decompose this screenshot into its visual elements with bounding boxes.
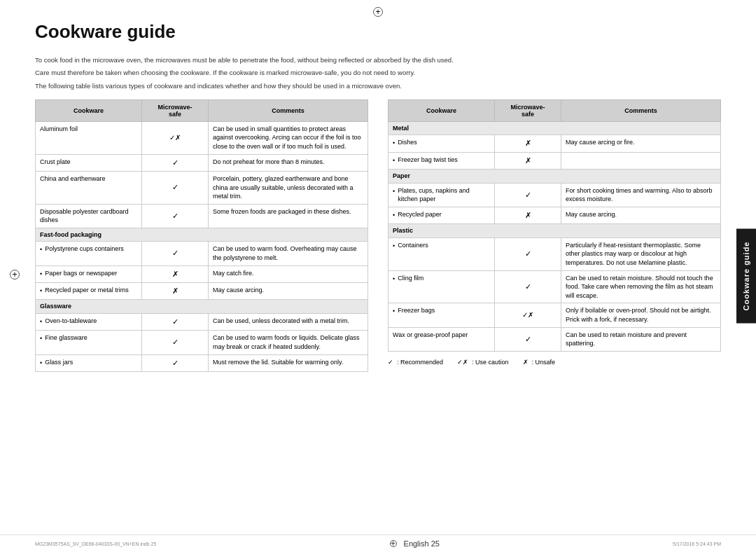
section-header-fast-food: Fast-food packaging	[36, 228, 368, 242]
comments-cell: Must remove the lid. Suitable for warmin…	[209, 354, 368, 371]
intro-para1: To cook food in the microwave oven, the …	[35, 55, 721, 65]
right-column: Cookware Microwave-safe Comments Metal •	[388, 99, 721, 520]
unsafe-label: : Unsafe	[532, 359, 556, 366]
safe-cell: ✓	[142, 331, 209, 354]
safe-cell: ✓	[142, 354, 209, 371]
cookware-cell: •Dishes	[388, 135, 495, 152]
intro-para3: The following table lists various types …	[35, 81, 721, 91]
section-label: Paper	[388, 170, 721, 184]
section-header-metal: Metal	[388, 121, 721, 135]
cookware-cell: China and earthenware	[36, 171, 142, 204]
comments-cell: Can be used to retain moisture. Should n…	[561, 270, 721, 303]
cookware-cell: •Paper bags or newspaper	[36, 265, 142, 282]
table-row: •Oven-to-tableware ✓ Can be used, unless…	[36, 314, 368, 331]
left-header-safe: Microwave-safe	[142, 99, 209, 121]
table-row: •Recycled paper or metal trims ✗ May cau…	[36, 283, 368, 300]
cookware-cell: •Glass jars	[36, 354, 142, 371]
safe-cell: ✓	[495, 270, 561, 303]
side-tab: Cookware guide	[736, 229, 756, 324]
footer-right-text: 5/17/2016 5:24:43 PM	[673, 541, 721, 546]
caution-label: : Use caution	[472, 359, 509, 366]
safe-cell: ✓	[495, 183, 561, 207]
table-row: •Fine glassware ✓ Can be used to warm fo…	[36, 331, 368, 354]
cookware-cell: Wax or grease-proof paper	[388, 327, 495, 351]
cookware-cell: •Containers	[388, 237, 495, 270]
right-header-safe: Microwave-safe	[495, 99, 561, 121]
table-row: •Plates, cups, napkins and kitchen paper…	[388, 183, 721, 207]
comments-cell: Can be used to warm foods or liquids. De…	[209, 331, 368, 354]
comments-cell: For short cooking times and warming. Als…	[561, 183, 721, 207]
left-table: Cookware Microwave-safe Comments Aluminu…	[35, 99, 368, 372]
table-row: •Polystyrene cups containers ✓ Can be us…	[36, 242, 368, 265]
table-row: •Cling film ✓ Can be used to retain mois…	[388, 270, 721, 303]
page: Cookware guide Cookware guide To cook fo…	[0, 0, 756, 552]
comments-cell: Some frozen foods are packaged in these …	[209, 204, 368, 228]
safe-cell: ✓	[495, 327, 561, 351]
recommended-label: : Recommended	[397, 359, 443, 366]
safe-cell: ✗	[495, 135, 561, 152]
cookware-cell: Crust plate	[36, 154, 142, 171]
cookware-cell: •Freezer bag twist ties	[388, 152, 495, 169]
right-table: Cookware Microwave-safe Comments Metal •	[388, 99, 721, 352]
footer-center: English 25	[390, 539, 440, 548]
caution-symbol: ✓✗	[457, 359, 468, 366]
right-header-comments: Comments	[561, 99, 721, 121]
table-row: •Freezer bags ✓✗ Only if boilable or ove…	[388, 303, 721, 327]
safe-cell: ✓✗	[495, 303, 561, 327]
comments-cell: May cause arcing.	[209, 283, 368, 300]
footer: MG23M3575AS_SV_DE68-04033S-00_VN+EN.indb…	[0, 534, 756, 552]
section-label: Glassware	[36, 300, 368, 314]
footer-page-num: English 25	[404, 539, 440, 548]
table-row: •Paper bags or newspaper ✗ May catch fir…	[36, 265, 368, 282]
section-header-glassware: Glassware	[36, 300, 368, 314]
cookware-cell: •Oven-to-tableware	[36, 314, 142, 331]
table-row: •Glass jars ✓ Must remove the lid. Suita…	[36, 354, 368, 371]
cookware-cell: •Recycled paper	[388, 207, 495, 223]
section-header-paper: Paper	[388, 170, 721, 184]
comments-cell: Particularly if heat-resistant thermopla…	[561, 237, 721, 270]
two-column-layout: Cookware Microwave-safe Comments Aluminu…	[35, 99, 721, 520]
page-title: Cookware guide	[35, 21, 721, 43]
safe-cell: ✓	[142, 204, 209, 228]
comments-cell: Only if boilable or oven-proof. Should n…	[561, 303, 721, 327]
footer-left-text: MG23M3575AS_SV_DE68-04033S-00_VN+EN.indb…	[35, 541, 156, 546]
section-label: Metal	[388, 121, 721, 135]
safe-cell: ✗	[142, 265, 209, 282]
safe-cell: ✗	[495, 152, 561, 169]
safe-cell: ✓✗	[142, 121, 209, 154]
cookware-cell: •Freezer bags	[388, 303, 495, 327]
table-row: Disposable polyester cardboard dishes ✓ …	[36, 204, 368, 228]
reg-mark-top	[373, 7, 383, 20]
comments-cell: Can be used to warm food. Overheating ma…	[209, 242, 368, 265]
comments-cell: Can be used to retain moisture and preve…	[561, 327, 721, 351]
section-label: Fast-food packaging	[36, 228, 368, 242]
safe-cell: ✓	[142, 314, 209, 331]
safe-cell: ✓	[495, 237, 561, 270]
table-row: •Containers ✓ Particularly if heat-resis…	[388, 237, 721, 270]
legend-recommended: ✓ : Recommended	[388, 359, 443, 366]
table-row: Crust plate ✓ Do not preheat for more th…	[36, 154, 368, 171]
cookware-cell: •Recycled paper or metal trims	[36, 283, 142, 300]
table-row: Wax or grease-proof paper ✓ Can be used …	[388, 327, 721, 351]
comments-cell: May cause arcing or fire.	[561, 135, 721, 152]
table-row: •Recycled paper ✗ May cause arcing.	[388, 207, 721, 223]
main-content: Cookware guide To cook food in the micro…	[0, 0, 756, 534]
legend-caution: ✓✗ : Use caution	[457, 359, 509, 366]
cookware-cell: Aluminum foil	[36, 121, 142, 154]
table-row: China and earthenware ✓ Porcelain, potte…	[36, 171, 368, 204]
comments-cell: Do not preheat for more than 8 minutes.	[209, 154, 368, 171]
unsafe-symbol: ✗	[523, 359, 528, 366]
legend-unsafe: ✗ : Unsafe	[523, 359, 556, 366]
safe-cell: ✓	[142, 154, 209, 171]
table-row: •Freezer bag twist ties ✗	[388, 152, 721, 169]
comments-cell: May cause arcing.	[561, 207, 721, 223]
intro-para2: Care must therefore be taken when choosi…	[35, 68, 721, 78]
comments-cell	[561, 152, 721, 169]
comments-cell: Can be used, unless decorated with a met…	[209, 314, 368, 331]
cookware-cell: •Fine glassware	[36, 331, 142, 354]
cookware-cell: •Cling film	[388, 270, 495, 303]
safe-cell: ✓	[142, 242, 209, 265]
section-label: Plastic	[388, 224, 721, 238]
safe-cell: ✓	[142, 171, 209, 204]
right-header-cookware: Cookware	[388, 99, 495, 121]
